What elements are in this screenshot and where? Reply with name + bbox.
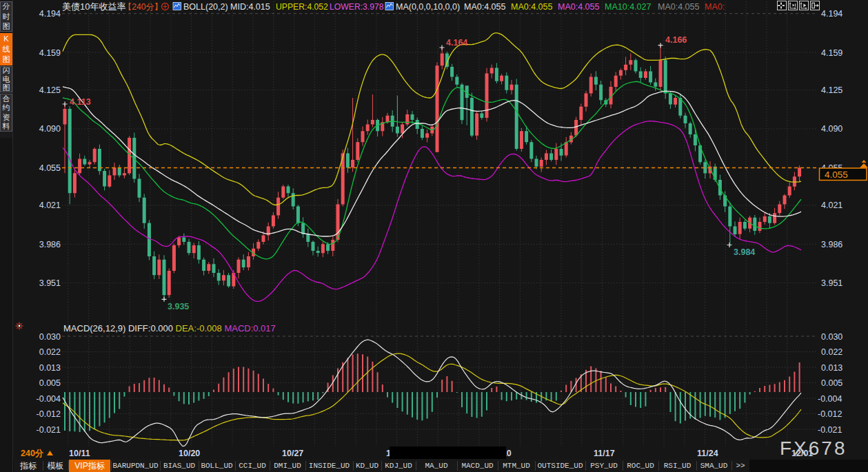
svg-text:BIAS_UD: BIAS_UD (163, 462, 196, 470)
svg-text:【240分】: 【240分】 (123, 2, 163, 12)
svg-text:MID:4.015: MID:4.015 (230, 2, 270, 12)
svg-text:INSIDE_UD: INSIDE_UD (309, 462, 350, 470)
svg-text:4.113: 4.113 (70, 97, 91, 107)
svg-text:4.055: 4.055 (825, 170, 848, 180)
svg-text:BARUPDN_UD: BARUPDN_UD (112, 462, 158, 470)
svg-text:4.055: 4.055 (39, 163, 61, 173)
svg-text:资: 资 (3, 113, 10, 121)
svg-text:0.022: 0.022 (821, 347, 842, 357)
svg-text:4.021: 4.021 (39, 201, 61, 210)
svg-text:美债10年收益率: 美债10年收益率 (62, 1, 125, 12)
svg-text:OUTSIDE_UD: OUTSIDE_UD (537, 462, 583, 470)
svg-text:LOWER:3.978: LOWER:3.978 (330, 2, 384, 12)
svg-text:线: 线 (3, 45, 10, 53)
svg-text:K: K (3, 34, 9, 43)
svg-text:-0.004: -0.004 (818, 394, 842, 404)
svg-text:0.030: 0.030 (39, 332, 61, 342)
svg-text:4.021: 4.021 (821, 201, 842, 210)
svg-text:3.986: 3.986 (821, 240, 842, 249)
svg-text:MACD(26,12,9) DIFF:0.000 DEA:: MACD(26,12,9) DIFF:0.000 DEA:-0.008 MACD… (63, 323, 276, 334)
svg-text:UPPER:4.052: UPPER:4.052 (276, 2, 328, 12)
svg-text:4.194: 4.194 (821, 9, 842, 19)
svg-text:电: 电 (3, 75, 10, 83)
svg-text:4.090: 4.090 (821, 124, 842, 134)
svg-text:4.164: 4.164 (446, 38, 467, 48)
svg-text:3.951: 3.951 (821, 278, 842, 288)
svg-text:0.013: 0.013 (821, 363, 842, 373)
svg-text:-0.004: -0.004 (37, 394, 61, 404)
svg-text:4.125: 4.125 (821, 85, 842, 95)
svg-text:FX678: FX678 (780, 438, 847, 459)
svg-text:RSI_UD: RSI_UD (664, 462, 692, 470)
svg-text:分: 分 (3, 2, 10, 10)
svg-text:10/11: 10/11 (69, 449, 90, 458)
svg-text:-0.021: -0.021 (37, 425, 61, 435)
svg-text:约: 约 (2, 103, 10, 112)
svg-text:PSY_UD: PSY_UD (590, 462, 618, 470)
svg-text:BOLL(20,2): BOLL(20,2) (183, 2, 228, 12)
svg-text:指标: 指标 (19, 461, 37, 471)
svg-text:4.194: 4.194 (39, 9, 61, 19)
svg-text:0.013: 0.013 (39, 363, 61, 373)
svg-text:MA10:4.027: MA10:4.027 (605, 2, 651, 12)
svg-text:4.090: 4.090 (39, 124, 61, 134)
svg-text:3.986: 3.986 (39, 240, 61, 249)
svg-text:MTM_UD: MTM_UD (503, 462, 530, 470)
svg-text:MA0:4.055: MA0:4.055 (658, 2, 700, 12)
svg-text:MA0:4.055: MA0:4.055 (464, 2, 506, 12)
svg-text:11/24: 11/24 (697, 449, 718, 458)
svg-text:-0.012: -0.012 (37, 409, 61, 419)
svg-text:闪: 闪 (3, 66, 10, 74)
svg-text:ROC_UD: ROC_UD (627, 462, 654, 470)
svg-text:0.022: 0.022 (39, 347, 61, 357)
svg-text:MA0:4.055: MA0:4.055 (511, 2, 553, 12)
svg-text:0.005: 0.005 (39, 378, 61, 388)
svg-text:>>: >> (736, 462, 745, 470)
svg-text:11/17: 11/17 (594, 449, 615, 458)
svg-text:MA0:: MA0: (705, 2, 725, 12)
svg-text:MA(0,0,0,10,0,0): MA(0,0,0,10,0,0) (396, 2, 460, 12)
svg-text:合: 合 (3, 94, 10, 103)
svg-text:240分: 240分 (21, 449, 44, 458)
svg-text:4.166: 4.166 (665, 35, 687, 45)
svg-text:图: 图 (3, 22, 10, 30)
svg-text:SMA_UD: SMA_UD (700, 462, 728, 470)
svg-text:模板: 模板 (48, 461, 64, 471)
svg-text:MA0:4.055: MA0:4.055 (558, 2, 600, 12)
svg-text:4.159: 4.159 (821, 48, 842, 58)
svg-text:MA_UD: MA_UD (425, 462, 447, 470)
svg-text:4.159: 4.159 (39, 48, 61, 58)
svg-text:料: 料 (2, 122, 10, 130)
svg-text:时: 时 (3, 12, 10, 21)
svg-text:10/20: 10/20 (179, 449, 200, 458)
svg-text:BOLL_UD: BOLL_UD (201, 462, 233, 470)
svg-text:图: 图 (3, 83, 10, 92)
svg-text:-0.021: -0.021 (818, 425, 842, 435)
svg-text:VIP指标: VIP指标 (74, 461, 105, 471)
svg-text:MACD_UD: MACD_UD (461, 462, 494, 470)
svg-text:10/27: 10/27 (282, 449, 303, 458)
svg-text:4.125: 4.125 (39, 85, 61, 95)
svg-text:-0.012: -0.012 (818, 409, 842, 419)
svg-text:CCI_UD: CCI_UD (239, 462, 266, 470)
svg-text:DMI_UD: DMI_UD (274, 462, 301, 470)
svg-text:0.030: 0.030 (821, 332, 842, 342)
svg-text:KDJ_UD: KDJ_UD (385, 462, 412, 470)
svg-text:3.935: 3.935 (168, 302, 189, 311)
svg-text:0.005: 0.005 (821, 378, 842, 388)
svg-text:KD_UD: KD_UD (356, 462, 379, 470)
svg-text:3.984: 3.984 (734, 247, 755, 257)
svg-text:图: 图 (3, 55, 10, 63)
svg-text:3.951: 3.951 (39, 278, 61, 288)
